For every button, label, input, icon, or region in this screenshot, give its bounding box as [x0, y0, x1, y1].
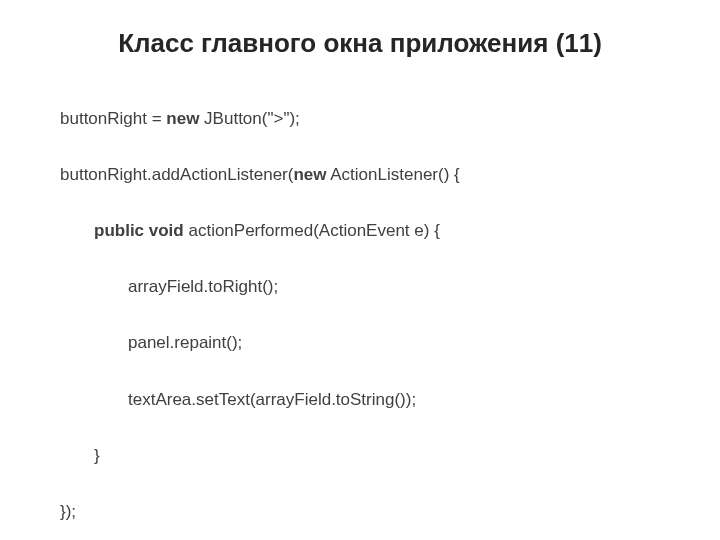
code-block: buttonRight = new JButton(">"); buttonRi…	[60, 77, 660, 540]
code-line: panel.repaint();	[60, 329, 660, 357]
code-keyword: public void	[94, 221, 184, 240]
code-keyword: new	[293, 165, 326, 184]
code-keyword: new	[166, 109, 199, 128]
code-line: });	[60, 498, 660, 526]
code-line: buttonRight = new JButton(">");	[60, 105, 660, 133]
code-line: textArea.setText(arrayField.toString());	[60, 386, 660, 414]
code-text: ActionListener() {	[327, 165, 460, 184]
slide-title: Класс главного окна приложения (11)	[60, 28, 660, 59]
code-line: buttonRight.addActionListener(new Action…	[60, 161, 660, 189]
code-text: actionPerformed(ActionEvent e) {	[184, 221, 440, 240]
code-line: public void actionPerformed(ActionEvent …	[60, 217, 660, 245]
code-line: }	[60, 442, 660, 470]
code-text: buttonRight =	[60, 109, 166, 128]
code-text: JButton(">");	[199, 109, 299, 128]
code-text: buttonRight.addActionListener(	[60, 165, 293, 184]
code-line: arrayField.toRight();	[60, 273, 660, 301]
